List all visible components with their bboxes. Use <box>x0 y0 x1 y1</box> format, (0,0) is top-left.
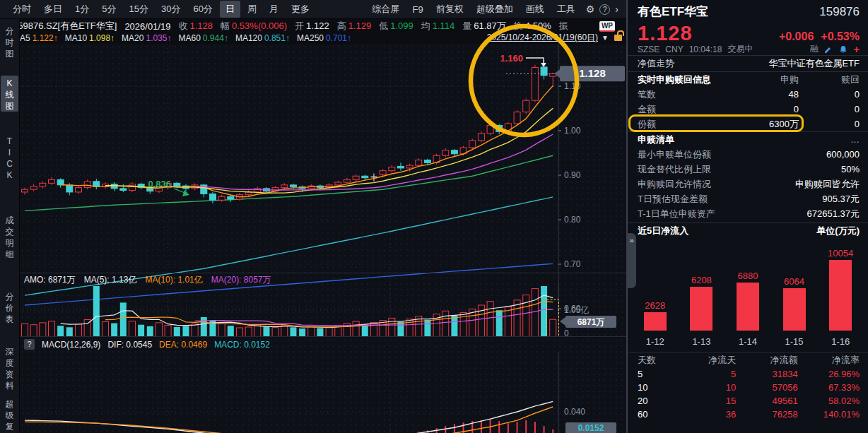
field-振: 振 <box>559 20 570 32</box>
vol-ma10-label: MA(10): 1.01亿 <box>145 274 202 286</box>
list-row-现金替代比例上限: 现金替代比例上限50% <box>628 162 868 177</box>
cell: 140.01% <box>798 409 860 420</box>
toolbar-工具[interactable]: 工具 <box>551 1 581 18</box>
macd-chart[interactable]: 0.0400.0152 <box>20 352 626 433</box>
svg-text:0.836: 0.836 <box>148 179 171 189</box>
tab-5分[interactable]: 5分 <box>96 1 122 18</box>
cell: 15 <box>674 396 736 406</box>
sidebar-item-超级复盘[interactable]: 超 级 复 盘 <box>1 396 18 433</box>
inflow-date: 1-14 <box>729 336 767 347</box>
ma-item-MA60: MA600.944↑ <box>179 33 228 43</box>
toolbar-right-group: 综合屏F9前复权超级叠加画线工具⚙?› <box>367 1 622 18</box>
inflow-bar <box>783 288 806 331</box>
toolbar-综合屏[interactable]: 综合屏 <box>367 1 406 18</box>
cell: 20 <box>638 396 674 406</box>
quote-info-bar: 159876.SZ[有色ETF华宝] 2026/01/19 收1.128幅0.5… <box>13 20 621 32</box>
date-label: 2026/01/19 <box>124 21 170 32</box>
left-sidebar: 分 时 图K 线 图T I C K成 交 明 细分 价 表深 度 资 料超 级 … <box>0 19 20 433</box>
field-均: 均1.114 <box>421 20 455 32</box>
expand-icon: » <box>629 236 633 244</box>
tab-30分[interactable]: 30分 <box>156 1 186 18</box>
table-row[interactable]: 553183426.96% <box>638 367 860 381</box>
inflow-bar <box>644 312 667 331</box>
cell: 60 <box>638 409 674 420</box>
date-range-group[interactable]: 2025/10/24-2026/01/19(60日) ▼ <box>487 32 622 44</box>
amo-label: AMO: 6871万 <box>24 274 76 286</box>
tab-日[interactable]: 日 <box>220 1 240 18</box>
toolbar-超级叠加[interactable]: 超级叠加 <box>471 1 519 18</box>
inflow-bar <box>690 287 712 331</box>
unlock-icon[interactable] <box>614 35 622 41</box>
gear-icon[interactable]: ⚙ <box>582 2 599 16</box>
panel-expand-handle[interactable]: » <box>627 233 636 288</box>
field-幅: 幅0.53%(0.006) <box>221 20 287 32</box>
inflow-date: 1-15 <box>775 336 814 347</box>
nav-trend-label[interactable]: 净值走势 <box>638 57 674 70</box>
table-row[interactable]: 20154956158.02% <box>638 394 860 408</box>
inflow-bar-chart: 262862086880606410054 1-121-131-141-151-… <box>628 239 868 349</box>
inflow-value: 6064 <box>775 276 814 287</box>
toolbar-F9[interactable]: F9 <box>407 2 429 17</box>
sidebar-item-分时图[interactable]: 分 时 图 <box>1 23 18 59</box>
table-row[interactable]: 10105705667.33% <box>638 381 860 394</box>
table-row[interactable]: 603676258140.01% <box>638 408 860 421</box>
chevron-down-icon[interactable]: ▼ <box>602 34 609 42</box>
volume-header: AMO: 6871万 MA(5): 1.13亿 MA(10): 1.01亿 MA… <box>24 274 271 286</box>
chevron-right-icon[interactable]: › <box>611 2 622 16</box>
more-ellipsis-icon[interactable]: … <box>850 134 860 145</box>
currency-label: CNY <box>665 45 683 54</box>
svg-text:1.05亿: 1.05亿 <box>564 305 589 315</box>
field-换: 换4.50% <box>514 20 551 32</box>
subscribe-col: 申购 <box>731 73 799 86</box>
subscription-row-笔数: 笔数480 <box>628 87 868 102</box>
alert-bell-icon[interactable] <box>838 45 848 54</box>
list-section-title: 申赎清单 <box>638 134 674 146</box>
svg-text:0.0152: 0.0152 <box>578 423 604 433</box>
list-row-T日预估现金差额: T日预估现金差额905.37元 <box>628 191 868 206</box>
sidebar-item-TICK[interactable]: T I C K <box>1 134 18 181</box>
date-range-label[interactable]: 2025/10/24-2026/01/19(60日) <box>487 32 598 44</box>
tab-15分[interactable]: 15分 <box>123 1 153 18</box>
cell: 10 <box>674 382 736 393</box>
vol-ma20-label: MA(20): 8057万 <box>211 274 271 286</box>
inflow-value: 10054 <box>821 248 860 259</box>
quote-panel: » 有色ETF华宝 159876 1.128 +0.006 +0.53% SZS… <box>626 0 868 433</box>
svg-text:0.040: 0.040 <box>564 407 585 417</box>
tab-60分[interactable]: 60分 <box>187 1 218 18</box>
fund-name: 有色ETF华宝 <box>638 4 708 20</box>
field-低: 低1.099 <box>379 20 414 32</box>
sidebar-item-深度资料[interactable]: 深 度 资 料 <box>1 344 18 391</box>
subscription-row-份额: 份额6300万0 <box>628 117 868 131</box>
toolbar-画线[interactable]: 画线 <box>520 1 550 18</box>
list-row-最小申赎单位份额: 最小申赎单位份额600,000 <box>628 147 868 162</box>
tab-多日[interactable]: 多日 <box>38 1 68 18</box>
add-plus-icon[interactable]: + <box>853 43 860 55</box>
ma-indicator-bar: MA51.122↑MA101.098↑MA201.035↑MA600.944↑M… <box>13 32 622 43</box>
tab-月[interactable]: 月 <box>264 1 284 18</box>
tab-分时[interactable]: 分时 <box>7 1 37 18</box>
macd-value-label: MACD: 0.0152 <box>214 340 270 350</box>
inflow-bar-group: 2628 <box>636 300 674 331</box>
volume-chart[interactable]: 1.05亿06871万 <box>20 284 626 337</box>
cell: 26.96% <box>798 369 860 379</box>
sidebar-item-分价表[interactable]: 分 价 表 <box>1 289 18 325</box>
sidebar-item-K线图[interactable]: K 线 图 <box>1 76 18 112</box>
macd-help-icon[interactable]: ? <box>24 339 35 350</box>
tab-周[interactable]: 周 <box>242 1 262 18</box>
tab-更多[interactable]: 更多 <box>286 1 315 18</box>
inflow-bar <box>737 283 759 331</box>
ma-item-MA250: MA2500.701↑ <box>297 33 351 43</box>
svg-text:1.10: 1.10 <box>564 81 581 91</box>
toolbar-前复权[interactable]: 前复权 <box>430 1 469 18</box>
table-header-row: 天数净流天净流额净流率 <box>638 352 860 367</box>
list-row-申购赎回允许情况: 申购赎回允许情况申购赎回皆允许 <box>628 177 868 191</box>
col-天数: 天数 <box>638 354 674 367</box>
tab-1分[interactable]: 1分 <box>69 1 95 18</box>
subscription-row-金额: 金额00 <box>628 102 868 117</box>
sidebar-item-成交明细[interactable]: 成 交 明 细 <box>1 213 18 260</box>
edit-pencil-icon[interactable] <box>823 45 833 54</box>
cell: 76258 <box>736 409 797 420</box>
help-icon[interactable]: ? <box>599 4 610 15</box>
inflow-stats-table: 天数净流天净流额净流率553183426.96%10105705667.33%2… <box>628 352 868 421</box>
wp-badge-icon[interactable]: WP <box>599 21 615 32</box>
